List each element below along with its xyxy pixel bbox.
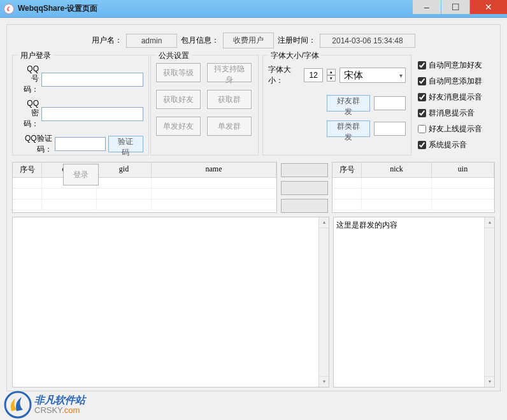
get-friends-button[interactable]: 获取好友: [156, 90, 201, 109]
table-row[interactable]: [332, 178, 494, 189]
billing-value: 收费用户: [223, 33, 274, 48]
billing-label: 包月信息：: [181, 35, 219, 46]
col-name: name: [152, 163, 276, 177]
table-row[interactable]: [332, 199, 494, 210]
textarea-right[interactable]: 这里是群发的内容: [333, 217, 495, 387]
window-title: WebqqShare-设置页面: [18, 3, 413, 14]
group-msg-sound-check[interactable]: [418, 109, 426, 117]
group-mass-button[interactable]: 群类群发: [327, 120, 370, 137]
qq-number-label: QQ 号 码：: [18, 64, 39, 95]
send-friend-button[interactable]: 单发好友: [156, 117, 201, 136]
font-title: 字体大小/字体: [268, 50, 321, 61]
qq-captcha-input[interactable]: [55, 137, 106, 151]
grid-right[interactable]: 序号 nick uin: [332, 162, 495, 213]
login-title: 用户登录: [18, 50, 54, 61]
friend-online-sound-check[interactable]: [418, 125, 426, 133]
app-icon: [4, 4, 14, 14]
login-fieldset: 用户登录 QQ 号 码： QQ 密 码： QQ验证码： 验证码 登录: [12, 55, 149, 156]
table-row[interactable]: [13, 189, 276, 199]
qq-password-label: QQ 密 码：: [18, 99, 39, 129]
get-groups-button[interactable]: 获取群: [207, 90, 252, 109]
minimize-button[interactable]: –: [413, 0, 441, 14]
qq-password-input[interactable]: [41, 107, 143, 121]
scrollbar[interactable]: [318, 217, 329, 387]
qq-captcha-label: QQ验证码：: [18, 133, 52, 155]
maximize-button[interactable]: ☐: [441, 0, 469, 14]
auto-friend-check[interactable]: [418, 61, 426, 69]
public-fieldset: 公共设置 获取等级 抖支持隐身 获取好友 获取群 单发好友 单发群: [150, 55, 259, 156]
col-uin: uin: [432, 163, 494, 177]
col-nick: nick: [362, 163, 432, 177]
font-size-up[interactable]: ▴: [327, 69, 336, 75]
watermark-icon: [4, 391, 32, 419]
group-mass-input[interactable]: [374, 122, 406, 136]
send-group-button[interactable]: 单发群: [207, 117, 252, 136]
close-button[interactable]: ✕: [470, 0, 507, 14]
shake-hide-button[interactable]: 抖支持隐身: [207, 63, 252, 82]
system-sound-check[interactable]: [418, 141, 426, 149]
textarea-left[interactable]: [12, 217, 329, 387]
get-level-button[interactable]: 获取等级: [156, 63, 201, 82]
col-seq: 序号: [332, 163, 362, 177]
mid-button-2[interactable]: [281, 181, 328, 195]
font-fieldset: 字体大小/字体 字体大小： ▴ ▾ 宋体 好友群发 群类群发: [262, 55, 411, 156]
login-button[interactable]: 登录: [63, 164, 99, 185]
public-title: 公共设置: [156, 50, 192, 61]
qq-number-input[interactable]: [41, 73, 143, 87]
friend-msg-sound-check[interactable]: [418, 93, 426, 101]
captcha-button[interactable]: 验证码: [108, 136, 143, 152]
scrollbar[interactable]: [484, 217, 494, 387]
font-size-input[interactable]: [304, 68, 323, 82]
regtime-value: 2014-03-06 15:34:48: [320, 34, 415, 48]
mid-button-3[interactable]: [281, 199, 328, 213]
font-family-combo[interactable]: 宋体: [339, 68, 406, 83]
friend-mass-button[interactable]: 好友群发: [327, 95, 370, 112]
friend-mass-input[interactable]: [374, 96, 406, 110]
username-value: admin: [126, 34, 177, 48]
auto-group-check[interactable]: [418, 77, 426, 85]
font-size-down[interactable]: ▾: [327, 75, 336, 82]
font-size-label: 字体大小：: [268, 64, 300, 86]
options-checks: 自动同意加好友 自动同意添加群 好友消息提示音 群消息提示音 好友上线提示音 系…: [413, 55, 495, 156]
table-row[interactable]: [332, 189, 494, 199]
watermark: 非凡软件站 CRSKY.com: [4, 391, 85, 419]
table-row[interactable]: [13, 199, 276, 210]
username-label: 用户名：: [92, 35, 122, 46]
mid-button-1[interactable]: [281, 163, 328, 177]
regtime-label: 注册时间：: [278, 35, 316, 46]
titlebar: WebqqShare-设置页面 – ☐ ✕: [0, 0, 507, 18]
